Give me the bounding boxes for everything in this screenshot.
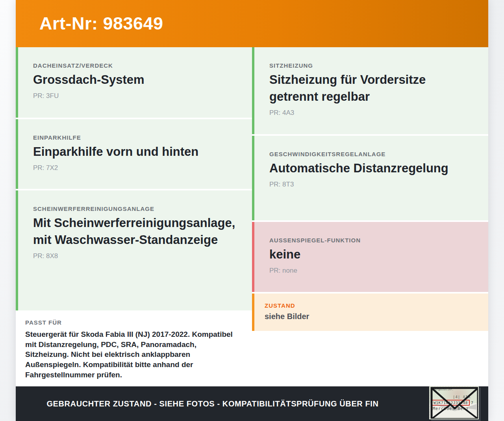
card-pr-code: PR: 7X2 xyxy=(33,164,236,172)
right-column: SITZHEIZUNG Sitzheizung für Vordersitze … xyxy=(252,47,488,384)
feature-card-aussenspiegel: AUSSENSPIEGEL-FUNKTION keine PR: none xyxy=(252,222,488,292)
card-kicker: PASST FÜR xyxy=(25,319,241,326)
left-column: DACHEINSATZ/VERDECK Grossdach-System PR:… xyxy=(16,47,252,384)
card-pr-code: PR: 4A3 xyxy=(269,109,472,117)
card-kicker: SCHEINWERFERREINIGUNGSANLAGE xyxy=(33,205,236,212)
card-kicker: ZUSTAND xyxy=(265,302,479,309)
envelope-icon xyxy=(430,387,479,419)
card-pr-code: PR: 3FU xyxy=(33,92,236,100)
card-title: Grossdach-System xyxy=(33,72,236,89)
card-kicker: GESCHWINDIGKEITSREGELANLAGE xyxy=(269,151,472,157)
card-pr-code: PR: none xyxy=(269,267,472,275)
card-kicker: DACHEINSATZ/VERDECK xyxy=(33,62,236,69)
card-title: Automatische Distanzregelung xyxy=(269,160,472,177)
header: Art-Nr: 983649 xyxy=(16,0,488,47)
card-title: Mit Scheinwerferreinigungsanlage, mit Wa… xyxy=(33,215,236,249)
card-kicker: EINPARKHILFE xyxy=(33,134,236,141)
card-pr-code: PR: 8T3 xyxy=(269,181,472,188)
listing-container: Art-Nr: 983649 DACHEINSATZ/VERDECK Gross… xyxy=(16,0,488,421)
card-kicker: AUSSENSPIEGEL-FUNKTION xyxy=(269,237,472,244)
footer-banner: GEBRAUCHTER ZUSTAND - SIEHE FOTOS - KOMP… xyxy=(16,386,488,421)
fin-document-image: Fahrgestellnr. |4| AIA W1K71462J31248 7 … xyxy=(429,386,479,419)
feature-grid: DACHEINSATZ/VERDECK Grossdach-System PR:… xyxy=(16,47,488,384)
card-title: Sitzheizung für Vordersitze getrennt reg… xyxy=(269,72,472,105)
feature-card-geschwindigkeitsregelanlage: GESCHWINDIGKEITSREGELANLAGE Automatische… xyxy=(252,136,488,220)
feature-card-dacheinsatz: DACHEINSATZ/VERDECK Grossdach-System PR:… xyxy=(16,47,252,118)
listing-page: Art-Nr: 983649 DACHEINSATZ/VERDECK Gross… xyxy=(0,0,504,421)
card-pr-code: PR: 8X8 xyxy=(33,252,236,260)
feature-card-scheinwerferreinigung: SCHEINWERFERREINIGUNGSANLAGE Mit Scheinw… xyxy=(16,190,252,310)
card-kicker: SITZHEIZUNG xyxy=(269,62,472,69)
card-title: keine xyxy=(269,246,472,263)
compatibility-card: PASST FÜR Steuergerät für Skoda Fabia II… xyxy=(16,312,252,384)
condition-value: siehe Bilder xyxy=(265,312,479,321)
footer-banner-text: GEBRAUCHTER ZUSTAND - SIEHE FOTOS - KOMP… xyxy=(46,399,378,408)
card-title: Einparkhilfe vorn und hinten xyxy=(33,144,236,161)
feature-card-einparkhilfe: EINPARKHILFE Einparkhilfe vorn und hinte… xyxy=(16,119,252,189)
compatibility-text: Steuergerät für Skoda Fabia III (NJ) 201… xyxy=(25,329,241,380)
article-number-title: Art-Nr: 983649 xyxy=(39,13,163,34)
feature-card-sitzheizung: SITZHEIZUNG Sitzheizung für Vordersitze … xyxy=(252,47,488,134)
condition-card: ZUSTAND siehe Bilder xyxy=(252,294,488,331)
